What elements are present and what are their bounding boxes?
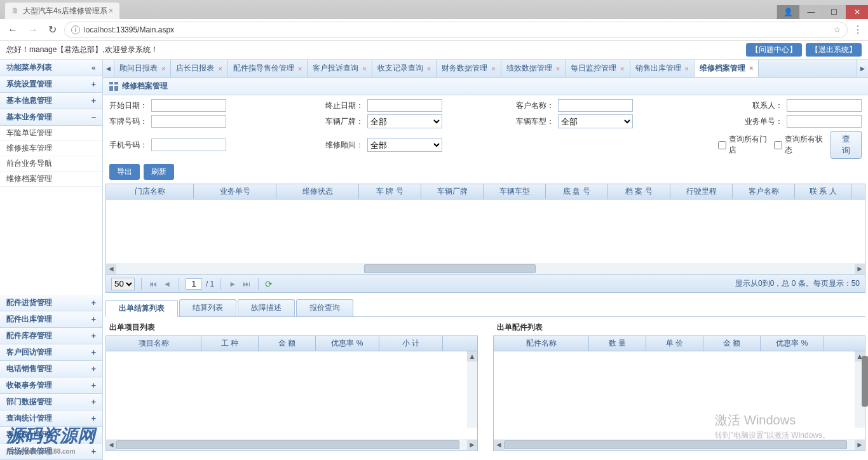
sidebar-item[interactable]: 车险单证管理 [0,126,102,141]
all-stores-checkbox[interactable] [718,141,726,149]
column-header[interactable]: 行驶里程 [670,184,733,199]
column-header[interactable]: 车 牌 号 [359,184,421,199]
info-icon[interactable]: i [71,25,80,34]
sub-tab[interactable]: 出单结算列表 [105,300,178,317]
brand-select[interactable]: 全部 [367,114,442,128]
column-header[interactable]: 车辆车型 [484,184,546,199]
sidebar-group[interactable]: 客服统计管理+ [0,427,102,443]
column-header[interactable]: 金 额 [703,336,761,351]
column-header[interactable]: 档 案 号 [608,184,670,199]
sidebar-group[interactable]: 基本信息管理+ [0,93,102,109]
content-tab[interactable]: 维修档案管理× [695,60,759,77]
reload-icon[interactable]: ↻ [46,24,59,36]
logout-button[interactable]: 【退出系统】 [806,43,862,57]
content-tab[interactable]: 财务数据管理× [437,60,501,77]
issue-center-button[interactable]: 【问题中心】 [746,43,802,57]
end-date-input[interactable] [367,99,442,112]
column-header[interactable]: 数 量 [589,336,646,351]
column-header[interactable]: 单 价 [646,336,703,351]
maximize-button[interactable]: ☐ [822,5,845,19]
content-tab[interactable]: 客户投诉查询× [308,60,372,77]
column-header[interactable]: 小 计 [379,336,443,351]
column-header[interactable]: 优惠率 % [316,336,379,351]
minimize-button[interactable]: — [799,5,822,19]
tab-close-icon[interactable]: × [218,65,222,72]
tab-close-icon[interactable]: × [749,64,753,72]
collapse-icon[interactable]: « [92,64,96,72]
sidebar-item[interactable]: 前台业务导航 [0,156,102,172]
content-tab[interactable]: 每日监控管理× [566,60,630,77]
column-header[interactable]: 联 系 人 [795,184,852,199]
grid-hscroll[interactable]: ◄ ► [106,263,865,274]
column-header[interactable]: 门店名称 [106,184,194,199]
sub-tab[interactable]: 结算列表 [179,299,236,316]
customer-input[interactable] [558,99,633,112]
content-tab[interactable]: 顾问日报表× [114,60,171,77]
sidebar-group[interactable]: 客户回访管理+ [0,344,102,361]
left-vscroll[interactable]: ▲ [467,351,477,428]
close-window-button[interactable]: ✕ [845,5,868,19]
pager-refresh-icon[interactable]: ⟳ [265,279,273,289]
tab-scroll-right[interactable]: ► [857,60,868,77]
tab-close-icon[interactable]: × [161,65,165,72]
refresh-button[interactable]: 刷新 [144,164,174,180]
column-header[interactable]: 配件名称 [494,336,589,351]
menu-icon[interactable]: ⋮ [853,24,863,36]
left-hscroll[interactable]: ◄► [106,439,477,450]
query-button[interactable]: 查询 [831,131,862,159]
sub-tab[interactable]: 故障描述 [238,299,295,316]
column-header[interactable]: 金 额 [259,336,316,351]
next-page-icon[interactable]: ► [227,280,238,288]
scroll-right-icon[interactable]: ► [855,264,865,274]
sidebar-group[interactable]: 电话销售管理+ [0,361,102,377]
content-tab[interactable]: 配件指导售价管理× [228,60,308,77]
model-select[interactable]: 全部 [558,114,633,128]
column-header[interactable]: 业务单号 [194,184,276,199]
page-size-select[interactable]: 50 [111,278,135,290]
phone-input[interactable] [151,139,226,151]
start-date-input[interactable] [151,99,226,112]
tab-scroll-left[interactable]: ◄ [103,60,114,77]
sidebar-group[interactable]: 基本业务管理− [0,109,102,126]
plate-input[interactable] [151,115,226,128]
bookmark-icon[interactable]: ☆ [834,25,841,34]
tab-close-icon[interactable]: × [685,65,689,72]
page-scrollbar[interactable] [862,356,868,407]
tab-close-icon[interactable]: × [491,65,495,72]
close-icon[interactable]: × [109,6,113,15]
column-header[interactable]: 维修状态 [276,184,359,199]
sub-tab[interactable]: 报价查询 [296,299,353,316]
tab-close-icon[interactable]: × [427,65,431,72]
forward-icon[interactable]: → [25,24,41,36]
sidebar-item[interactable]: 维修档案管理 [0,172,102,187]
column-header[interactable]: 车辆厂牌 [421,184,484,199]
right-hscroll[interactable]: ◄► [494,439,865,450]
content-tab[interactable]: 店长日报表× [171,60,227,77]
sidebar-group[interactable]: 部门数据管理+ [0,394,102,410]
browser-tab[interactable]: 🗎 大型汽车4s店维修管理系 × [5,3,119,19]
sidebar-group[interactable]: 系统设置管理+ [0,76,102,93]
content-tab[interactable]: 销售出库管理× [630,60,695,77]
contact-input[interactable] [787,99,862,112]
advisor-select[interactable]: 全部 [367,138,442,152]
tab-close-icon[interactable]: × [298,65,302,72]
column-header[interactable]: 工 种 [201,336,259,351]
sidebar-group[interactable]: 收银事务管理+ [0,377,102,394]
page-input[interactable] [186,278,202,290]
all-status-checkbox[interactable] [774,141,782,149]
first-page-icon[interactable]: ⏮ [148,280,158,288]
tab-close-icon[interactable]: × [556,65,560,72]
column-header[interactable]: 优惠率 % [761,336,824,351]
tab-close-icon[interactable]: × [362,65,366,72]
export-button[interactable]: 导出 [109,164,140,180]
column-header[interactable]: 客户名称 [733,184,795,199]
scroll-left-icon[interactable]: ◄ [106,264,116,274]
sidebar-group[interactable]: 查询统计管理+ [0,410,102,427]
url-input[interactable]: i localhost: 13395/Main.aspx ☆ [64,22,848,38]
sidebar-group[interactable]: 配件出库管理+ [0,311,102,328]
sidebar-item[interactable]: 维修接车管理 [0,141,102,156]
sidebar-group[interactable]: 后场报表管理+ [0,443,102,460]
tab-close-icon[interactable]: × [620,65,624,72]
content-tab[interactable]: 绩效数据管理× [501,60,566,77]
order-no-input[interactable] [787,115,862,128]
